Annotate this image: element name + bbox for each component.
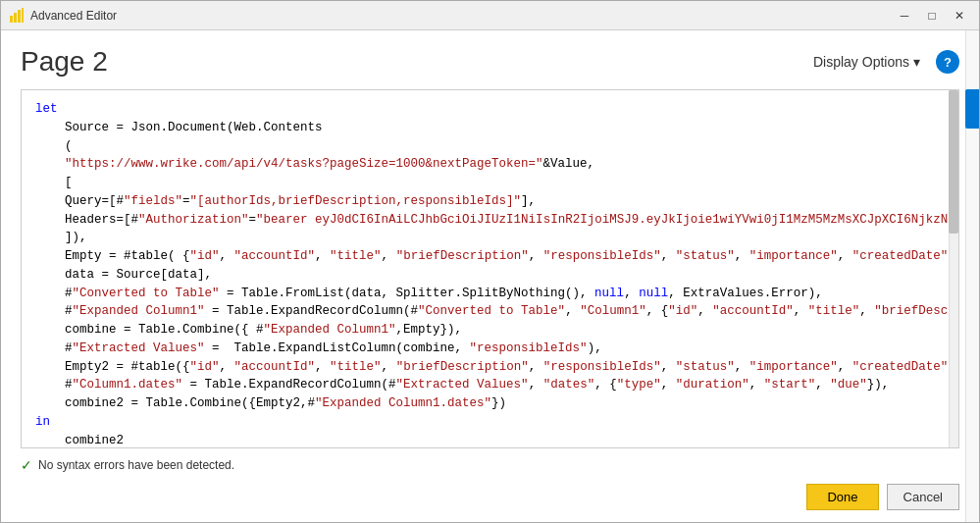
status-row: ✓ No syntax errors have been detected. (21, 454, 959, 476)
maximize-button[interactable]: □ (920, 6, 944, 26)
code-line: Source = Json.Document(Web.Contents (35, 119, 945, 137)
display-options-button[interactable]: Display Options ▾ (805, 50, 928, 74)
scrollbar-thumb[interactable] (949, 90, 958, 234)
code-line: [ (35, 174, 945, 192)
chevron-down-icon: ▾ (913, 54, 920, 70)
code-line: "https://www.wrike.com/api/v4/tasks?page… (35, 155, 945, 174)
page-title: Page 2 (21, 46, 108, 78)
code-line: let (35, 100, 945, 119)
cancel-button[interactable]: Cancel (887, 484, 959, 510)
editor-scroll-area[interactable]: let Source = Json.Document(Web.Contents … (22, 90, 958, 447)
code-line: ( (35, 137, 945, 156)
svg-rect-0 (10, 16, 13, 23)
content-area: Page 2 Display Options ▾ ? let Source = … (1, 30, 979, 522)
advanced-editor-window: Advanced Editor ─ □ ✕ Page 2 Display Opt… (0, 0, 980, 523)
power-bi-icon (9, 8, 25, 24)
done-button[interactable]: Done (806, 484, 878, 510)
header-actions: Display Options ▾ ? (805, 50, 959, 74)
code-line: #"Converted to Table" = Table.FromList(d… (35, 285, 945, 303)
code-line: #"Column1.dates" = Table.ExpandRecordCol… (35, 376, 945, 394)
minimize-button[interactable]: ─ (893, 6, 916, 26)
code-line: ]), (35, 229, 945, 247)
help-button[interactable]: ? (936, 50, 959, 74)
code-line: Empty = #table( {"id", "accountId", "tit… (35, 247, 945, 266)
svg-rect-3 (22, 8, 24, 23)
code-line: combine2 = Table.Combine({Empty2,#"Expan… (35, 394, 945, 413)
code-line: Empty2 = #table({"id", "accountId", "tit… (35, 358, 945, 377)
vertical-scrollbar[interactable] (949, 90, 958, 447)
code-line: data = Source[data], (35, 266, 945, 285)
code-line: combine2 (35, 432, 945, 448)
syntax-ok-icon: ✓ (21, 457, 32, 473)
svg-rect-1 (14, 13, 17, 23)
code-line: Headers=[#"Authorization"="bearer eyJ0dC… (35, 211, 945, 230)
code-editor[interactable]: let Source = Json.Document(Web.Contents … (21, 89, 959, 448)
display-options-label: Display Options (813, 54, 909, 70)
code-line: combine = Table.Combine({ #"Expanded Col… (35, 321, 945, 340)
code-line: in (35, 413, 945, 432)
close-button[interactable]: ✕ (948, 6, 971, 26)
status-message: No syntax errors have been detected. (38, 458, 234, 472)
titlebar-controls: ─ □ ✕ (893, 6, 971, 26)
side-panel (965, 30, 979, 522)
titlebar-title: Advanced Editor (30, 9, 893, 23)
code-line: #"Expanded Column1" = Table.ExpandRecord… (35, 302, 945, 321)
titlebar: Advanced Editor ─ □ ✕ (1, 1, 979, 30)
side-panel-indicator (965, 89, 979, 129)
footer-row: Done Cancel (21, 484, 959, 510)
code-line: Query=[#"fields"="[authorIds,briefDescri… (35, 192, 945, 211)
header-row: Page 2 Display Options ▾ ? (21, 46, 959, 78)
code-line: #"Extracted Values" = Table.ExpandListCo… (35, 340, 945, 358)
svg-rect-2 (18, 10, 21, 23)
